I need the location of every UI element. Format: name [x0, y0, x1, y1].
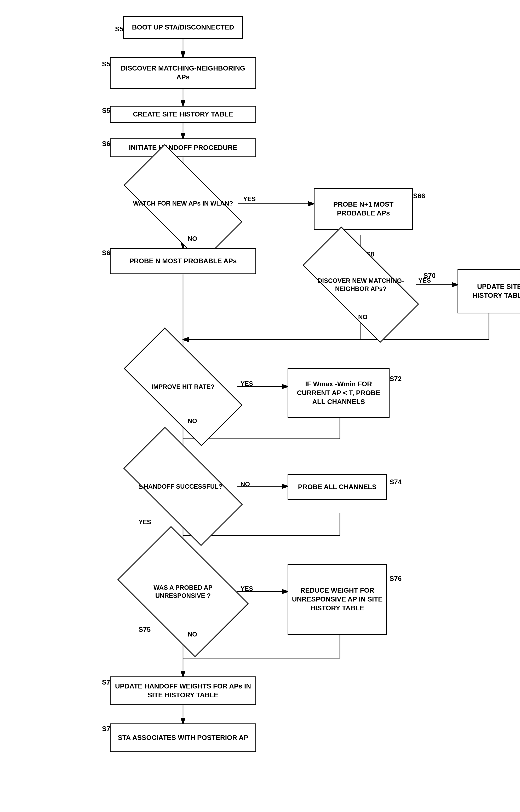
s56-box: DISCOVER MATCHING-NEIGHBORING APs — [110, 57, 256, 89]
s75-yes-label: YES — [240, 585, 253, 592]
s71-yes-label: YES — [240, 380, 253, 387]
s72-label: S72 — [390, 375, 401, 383]
s78-box: STA ASSOCIATES WITH POSTERIOR AP — [110, 724, 256, 752]
s73-yes-label: YES — [138, 519, 151, 526]
s75-text: WAS A PROBED AP UNRESPONSIVE ? — [128, 582, 238, 601]
s74-label: S74 — [390, 478, 401, 486]
s58-box: CREATE SITE HISTORY TABLE — [110, 106, 256, 123]
s72-box: IF Wmax -Wmin FOR CURRENT AP < T, PROBE … — [288, 368, 390, 418]
s70-box: UPDATE SITE HISTORY TABLE — [458, 269, 520, 313]
s62-diamond: WATCH FOR NEW APs IN WLAN? — [128, 174, 238, 232]
s66-label: S66 — [413, 192, 425, 200]
s75-no-label: NO — [188, 631, 197, 638]
s68-no-label: NO — [358, 313, 368, 321]
s54-box: BOOT UP STA/DISCONNECTED — [123, 16, 243, 39]
s77-box: UPDATE HANDOFF WEIGHTS FOR APs IN SITE H… — [110, 676, 256, 705]
s73-no-label: NO — [240, 481, 250, 488]
s70-label-ref: S70 — [423, 272, 436, 280]
s73-diamond: HANDOFF SUCCESSFUL? — [128, 457, 238, 516]
s68-diamond: DISCOVER NEW MATCHING- NEIGHBOR APs? — [306, 257, 416, 312]
s71-diamond: IMPROVE HIT RATE? — [128, 358, 238, 416]
s75-diamond: WAS A PROBED AP UNRESPONSIVE ? — [128, 554, 238, 629]
s64-box: PROBE N MOST PROBABLE APs — [110, 248, 256, 274]
flowchart-container: S54 BOOT UP STA/DISCONNECTED S56 DISCOVE… — [0, 0, 520, 812]
s71-text: IMPROVE HIT RATE? — [150, 381, 216, 392]
s74-box: PROBE ALL CHANNELS — [288, 474, 387, 500]
s60-box: INITIATE HANDOFF PROCEDURE — [110, 138, 256, 157]
s76-box: REDUCE WEIGHT FOR UNRESPONSIVE AP IN SIT… — [288, 564, 387, 635]
s62-no-label: NO — [188, 235, 197, 242]
s68-text: DISCOVER NEW MATCHING- NEIGHBOR APs? — [306, 275, 416, 294]
s62-text: WATCH FOR NEW APs IN WLAN? — [132, 198, 235, 209]
s66-box: PROBE N+1 MOST PROBABLE APs — [314, 188, 413, 230]
s62-yes-label: YES — [243, 195, 256, 203]
s73-text: HANDOFF SUCCESSFUL? — [142, 481, 224, 492]
s76-label: S76 — [390, 575, 401, 583]
arrows-svg — [0, 0, 520, 812]
s71-no-label: NO — [188, 417, 197, 425]
